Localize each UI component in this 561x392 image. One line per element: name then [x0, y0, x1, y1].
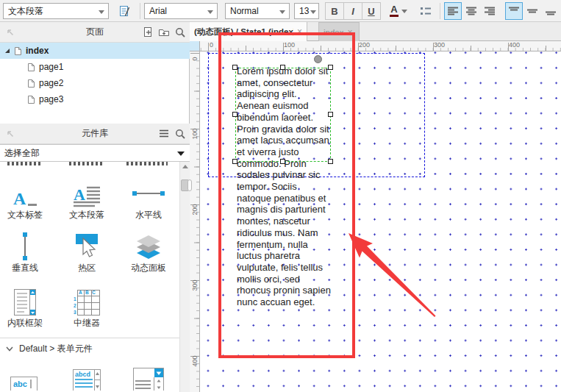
resize-handle-nw[interactable]	[232, 65, 237, 70]
dropdown-arrow-icon	[99, 10, 104, 14]
widget-library-panel: 元件库 选择全部	[0, 124, 190, 392]
ruler-label: 100	[284, 41, 295, 49]
font-color-button[interactable]: A	[386, 2, 411, 20]
bullet-list-button[interactable]	[416, 2, 435, 20]
resize-handle-s[interactable]	[280, 159, 285, 164]
widget-item-hot-area[interactable]: 热区	[56, 232, 118, 274]
library-section-header[interactable]: Default > 表单元件	[6, 343, 93, 355]
bold-button[interactable]: B	[325, 2, 344, 20]
add-folder-icon[interactable]	[156, 24, 172, 40]
section-label: Default > 表单元件	[19, 343, 93, 355]
clipped-widget-label	[126, 162, 168, 165]
search-icon[interactable]	[172, 126, 188, 142]
dropdown-arrow-icon	[177, 152, 185, 156]
svg-text:1: 1	[74, 296, 76, 302]
svg-text:C: C	[92, 290, 96, 295]
font-size-value: 13	[299, 6, 309, 16]
tree-expand-icon[interactable]	[4, 48, 10, 54]
text-paragraph-icon: A	[73, 179, 101, 207]
tab-index[interactable]: index ×	[318, 22, 360, 41]
dropdown-arrow-icon	[207, 10, 213, 14]
page-tree-item-index[interactable]: index	[0, 43, 190, 59]
library-filter-value: 选择全部	[4, 147, 40, 160]
resize-handle-ne[interactable]	[328, 65, 333, 70]
canvas-tab-bar: (动态面板) / State1 (index) × index ×	[190, 22, 561, 41]
left-sidebar: 页面 index	[0, 22, 190, 392]
widget-list: A 文本标签 A	[0, 162, 179, 391]
add-page-icon[interactable]	[140, 24, 156, 40]
close-icon[interactable]: ×	[348, 28, 353, 37]
valign-middle-icon	[527, 7, 537, 15]
collapse-panel-icon[interactable]	[1, 126, 18, 142]
splitter-handle[interactable]	[187, 179, 192, 191]
align-right-button[interactable]	[481, 2, 499, 20]
dropdown-arrow-icon	[310, 10, 316, 14]
svg-text:2: 2	[74, 303, 76, 308]
valign-top-button[interactable]	[505, 2, 523, 20]
widget-style-select[interactable]: 文本段落	[3, 3, 109, 19]
menu-icon[interactable]	[156, 126, 172, 142]
resize-handle-sw[interactable]	[232, 159, 237, 164]
page-icon	[14, 46, 22, 56]
library-filter-select[interactable]: 选择全部	[0, 144, 190, 162]
page-tree-item-page2[interactable]: page2	[0, 75, 190, 91]
selection-outline	[235, 68, 331, 162]
resize-handle-se[interactable]	[328, 159, 333, 164]
widget-item-inline-frame[interactable]: 内联框架	[0, 288, 56, 329]
tab-label: index	[324, 28, 344, 37]
text-label-icon: A	[12, 179, 38, 207]
resize-handle-n[interactable]	[280, 65, 285, 70]
scroll-up-icon[interactable]	[180, 162, 190, 172]
page-tree-item-page1[interactable]: page1	[0, 59, 190, 75]
align-left-button[interactable]	[444, 2, 462, 20]
widget-item-droplist[interactable]	[118, 363, 179, 391]
tab-label: (动态面板) / State1 (index)	[194, 26, 293, 38]
italic-button[interactable]: I	[343, 2, 362, 20]
svg-text:B: B	[85, 290, 89, 295]
font-color-swatch	[390, 15, 399, 17]
toolbar-separator	[440, 3, 440, 19]
rotate-handle[interactable]	[314, 55, 322, 63]
svg-text:A: A	[13, 189, 26, 207]
collapse-panel-icon[interactable]	[1, 24, 18, 40]
search-icon[interactable]	[172, 24, 188, 40]
edit-style-button[interactable]	[115, 2, 134, 20]
widget-item-text-paragraph[interactable]: A 文本段落	[56, 179, 118, 221]
svg-text:abcd: abcd	[75, 371, 90, 378]
clipped-widget-label	[69, 162, 104, 165]
page-label: page2	[39, 78, 63, 88]
page-tree-item-page3[interactable]: page3	[0, 91, 190, 107]
inline-frame-icon	[14, 288, 36, 316]
dropdown-arrow-icon	[279, 10, 285, 14]
widget-item-repeater[interactable]: A B C 1 2 3	[56, 288, 118, 329]
tab-dynamic-panel-state1[interactable]: (动态面板) / State1 (index) ×	[190, 22, 307, 41]
valign-middle-button[interactable]	[524, 2, 541, 20]
align-right-icon	[485, 7, 495, 15]
valign-bottom-button[interactable]	[542, 2, 560, 20]
align-center-button[interactable]	[462, 2, 480, 20]
design-canvas[interactable]: Lorem ipsum dolor sit amet, consectetur …	[200, 51, 561, 392]
text-area-icon: abcd	[73, 363, 101, 391]
font-weight-select[interactable]: Normal	[225, 3, 290, 19]
italic-label: I	[351, 6, 354, 17]
dropdown-arrow-icon	[401, 10, 407, 13]
widget-item-text-label[interactable]: A 文本标签	[0, 179, 56, 221]
font-family-select[interactable]: Arial	[144, 3, 218, 19]
hot-area-icon	[74, 232, 99, 260]
top-toolbar: 文本段落 Arial Normal 13 B I U	[0, 0, 561, 22]
widget-item-dynamic-panel[interactable]: 动态面板	[118, 232, 179, 274]
font-color-icon: A	[390, 5, 399, 17]
resize-handle-e[interactable]	[328, 112, 333, 117]
close-icon[interactable]: ×	[297, 27, 302, 36]
widget-library-header: 元件库	[0, 124, 190, 144]
widget-item-text-area[interactable]: abcd	[56, 363, 118, 391]
valign-top-icon	[509, 7, 519, 15]
widget-style-value: 文本段落	[8, 5, 43, 18]
widget-item-horizontal-line[interactable]: 水平线	[118, 179, 179, 221]
resize-handle-w[interactable]	[232, 112, 237, 117]
widget-item-vertical-line[interactable]: 垂直线	[0, 232, 56, 274]
underline-button[interactable]: U	[362, 2, 381, 20]
page-icon	[27, 95, 35, 104]
font-size-select[interactable]: 13	[294, 3, 319, 19]
widget-item-text-field[interactable]: abc	[0, 363, 56, 391]
